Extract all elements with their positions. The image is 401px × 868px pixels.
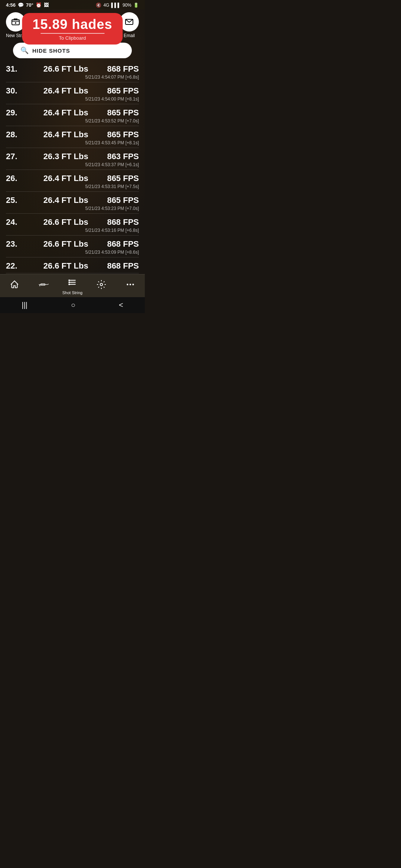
- status-left: 4:56 💬 70° ⏰ 🖼: [6, 2, 49, 8]
- image-icon: 🖼: [44, 2, 49, 8]
- shot-fps: 865 FPS: [107, 195, 139, 205]
- status-bar: 4:56 💬 70° ⏰ 🖼 🔇 4G ▌▌▌ 90% 🔋: [0, 0, 145, 9]
- nav-shot-string[interactable]: Shot String: [58, 277, 87, 295]
- email-label: Email: [124, 33, 135, 38]
- shot-energy: 26.6 FT Lbs: [25, 239, 107, 249]
- shot-fps: 868 FPS: [107, 261, 139, 271]
- plus-folder-icon: [11, 17, 20, 26]
- nav-home[interactable]: [0, 280, 29, 293]
- shot-timestamp: 5/21/23 4:53:23 PM [+7.0s]: [6, 206, 139, 211]
- bottom-nav: Shot String: [0, 274, 145, 297]
- nav-shot-string-label: Shot String: [62, 290, 82, 295]
- clipboard-popup[interactable]: 15.89 hades To Clipboard: [22, 13, 123, 45]
- battery-icon: 🔋: [133, 3, 139, 8]
- shot-fps: 863 FPS: [107, 152, 139, 161]
- svg-point-15: [100, 283, 103, 286]
- temp: 70°: [26, 2, 33, 8]
- network-type: 4G: [103, 3, 109, 8]
- time: 4:56: [6, 2, 16, 8]
- shot-list: 31.26.6 FT Lbs868 FPS5/21/23 4:54:07 PM …: [0, 60, 145, 274]
- shot-number: 24.: [6, 217, 25, 227]
- shot-energy: 26.4 FT Lbs: [25, 174, 107, 183]
- mute-icon: 🔇: [96, 3, 101, 8]
- shot-energy: 26.4 FT Lbs: [25, 195, 107, 205]
- rifle-icon: [38, 281, 49, 290]
- shot-energy: 26.6 FT Lbs: [25, 64, 107, 74]
- shot-number: 29.: [6, 108, 25, 118]
- shot-number: 26.: [6, 174, 25, 183]
- popup-value: 15.89 hades: [32, 17, 112, 32]
- home-button[interactable]: ○: [71, 301, 75, 309]
- shot-number: 22.: [6, 261, 25, 271]
- svg-point-12: [69, 280, 69, 281]
- shot-fps: 868 FPS: [107, 239, 139, 249]
- alarm-icon: ⏰: [36, 2, 42, 8]
- shot-number: 30.: [6, 86, 25, 96]
- search-icon: 🔍: [20, 46, 29, 55]
- shot-timestamp: 5/21/23 4:53:16 PM [+6.8s]: [6, 228, 139, 233]
- shot-timestamp: 5/21/23 4:53:52 PM [+7.0s]: [6, 118, 139, 124]
- email-icon: [125, 17, 134, 26]
- shot-item[interactable]: 29.26.4 FT Lbs865 FPS5/21/23 4:53:52 PM …: [6, 104, 139, 126]
- shot-item[interactable]: 30.26.4 FT Lbs865 FPS5/21/23 4:54:00 PM …: [6, 82, 139, 104]
- svg-point-13: [69, 282, 69, 283]
- hide-shots-label: HIDE SHOTS: [32, 47, 70, 54]
- popup-sub-label: To Clipboard: [59, 35, 86, 41]
- top-bar: New Str... 15.89 hades To Clipboard Emai…: [0, 9, 145, 40]
- shot-timestamp: 5/21/23 4:53:37 PM [+6.1s]: [6, 162, 139, 167]
- battery: 90%: [123, 3, 131, 8]
- svg-point-16: [127, 284, 128, 285]
- signal-bars: ▌▌▌: [111, 3, 121, 8]
- shot-fps: 868 FPS: [107, 217, 139, 227]
- shot-fps: 865 FPS: [107, 130, 139, 139]
- svg-point-18: [132, 284, 134, 285]
- screen: 4:56 💬 70° ⏰ 🖼 🔇 4G ▌▌▌ 90% 🔋: [0, 0, 145, 313]
- shot-energy: 26.4 FT Lbs: [25, 86, 107, 96]
- shot-item[interactable]: 22.26.6 FT Lbs868 FPS: [6, 257, 139, 273]
- shot-timestamp: 5/21/23 4:53:09 PM [+8.6s]: [6, 250, 139, 255]
- shot-item[interactable]: 31.26.6 FT Lbs868 FPS5/21/23 4:54:07 PM …: [6, 60, 139, 82]
- shot-fps: 865 FPS: [107, 86, 139, 96]
- shot-fps: 865 FPS: [107, 174, 139, 183]
- shot-number: 28.: [6, 130, 25, 139]
- shot-fps: 868 FPS: [107, 64, 139, 74]
- settings-icon: [97, 280, 106, 292]
- shot-item[interactable]: 26.26.4 FT Lbs865 FPS5/21/23 4:53:31 PM …: [6, 170, 139, 192]
- shot-number: 25.: [6, 195, 25, 205]
- svg-point-14: [69, 284, 69, 285]
- shot-energy: 26.4 FT Lbs: [25, 108, 107, 118]
- shot-timestamp: 5/21/23 4:53:31 PM [+7.5s]: [6, 184, 139, 189]
- shot-number: 31.: [6, 64, 25, 74]
- shot-energy: 26.6 FT Lbs: [25, 217, 107, 227]
- recent-apps-button[interactable]: |||: [22, 301, 27, 309]
- svg-line-6: [48, 284, 49, 285]
- nav-settings[interactable]: [87, 280, 116, 293]
- system-nav: ||| ○ <: [0, 297, 145, 313]
- shot-item[interactable]: 23.26.6 FT Lbs868 FPS5/21/23 4:53:09 PM …: [6, 236, 139, 257]
- shot-item[interactable]: 25.26.4 FT Lbs865 FPS5/21/23 4:53:23 PM …: [6, 192, 139, 214]
- shot-item[interactable]: 27.26.3 FT Lbs863 FPS5/21/23 4:53:37 PM …: [6, 148, 139, 170]
- popup-underline: [40, 33, 104, 34]
- shot-timestamp: 5/21/23 4:53:45 PM [+8.1s]: [6, 140, 139, 145]
- hide-shots-button[interactable]: 🔍 HIDE SHOTS: [13, 43, 132, 58]
- shot-fps: 865 FPS: [107, 108, 139, 118]
- more-icon: [125, 280, 135, 292]
- back-button[interactable]: <: [119, 301, 123, 309]
- home-icon: [10, 280, 19, 292]
- message-icon: 💬: [18, 2, 24, 8]
- shot-item[interactable]: 24.26.6 FT Lbs868 FPS5/21/23 4:53:16 PM …: [6, 214, 139, 236]
- shot-number: 27.: [6, 152, 25, 161]
- shot-energy: 26.4 FT Lbs: [25, 130, 107, 139]
- shot-item[interactable]: 28.26.4 FT Lbs865 FPS5/21/23 4:53:45 PM …: [6, 126, 139, 148]
- list-icon: [68, 277, 77, 289]
- shot-number: 23.: [6, 239, 25, 249]
- shot-energy: 26.3 FT Lbs: [25, 152, 107, 161]
- shot-timestamp: 5/21/23 4:54:07 PM [+6.8s]: [6, 75, 139, 80]
- nav-rifle[interactable]: [29, 281, 58, 292]
- status-right: 🔇 4G ▌▌▌ 90% 🔋: [96, 3, 139, 8]
- shot-timestamp: 5/21/23 4:54:00 PM [+8.1s]: [6, 96, 139, 102]
- nav-more[interactable]: [116, 280, 145, 293]
- svg-point-17: [130, 284, 131, 285]
- shot-energy: 26.6 FT Lbs: [25, 261, 107, 271]
